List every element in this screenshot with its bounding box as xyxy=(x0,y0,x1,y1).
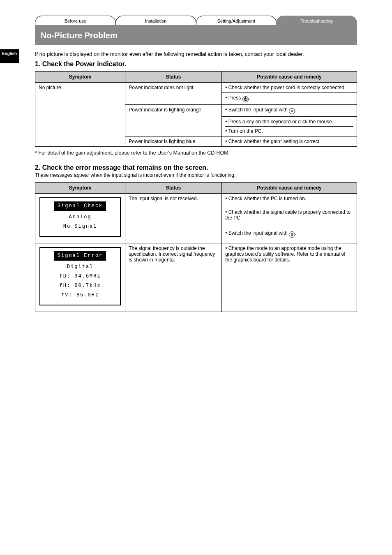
table-row: Signal Check Analog No Signal The input … xyxy=(35,194,357,207)
language-tab: English xyxy=(0,49,19,63)
cell-action: • Check whether the gain* setting is cor… xyxy=(222,136,357,147)
cell-status: Power indicator is lighting orange. xyxy=(125,105,222,136)
tab-row: Before use Installation Setting/Adjustme… xyxy=(35,16,357,25)
th-status: Status xyxy=(125,72,222,83)
table-error-message: Symptom Status Possible cause and remedy… xyxy=(35,182,357,312)
cell-action: • Press a key on the keyboard or click t… xyxy=(222,117,357,136)
signal-error-line3: fH: 60.7kHz xyxy=(44,281,117,291)
s-icon: S xyxy=(289,231,295,238)
table-power-indicator: Symptom Status Possible cause and remedy… xyxy=(35,71,357,147)
page-title: No-Picture Problem xyxy=(35,25,357,45)
cell-symptom: No picture xyxy=(35,83,125,147)
tab-installation: Installation xyxy=(115,16,196,25)
table-header-row: Symptom Status Possible cause and remedy xyxy=(35,72,357,83)
cell-action: • Switch the input signal with S. xyxy=(222,228,357,243)
signal-check-title: Signal Check xyxy=(54,201,106,211)
cell-symptom-box1: Signal Check Analog No Signal xyxy=(35,194,125,243)
tab-before-use: Before use xyxy=(35,16,116,25)
signal-error-line1: Digital xyxy=(44,262,117,272)
cell-symptom-box2: Signal Error Digital fD: 94.6MHz fH: 60.… xyxy=(35,243,125,312)
s-icon: S xyxy=(289,108,295,114)
signal-error-line2: fD: 94.6MHz xyxy=(44,272,117,281)
section2-sub: These messages appear when the input sig… xyxy=(35,172,357,178)
table-header-row: Symptom Status Possible cause and remedy xyxy=(35,183,357,194)
cell-action: • Check whether the PC is turned on. xyxy=(222,194,357,207)
tab-troubleshooting: Troubleshooting xyxy=(276,16,357,25)
signal-check-line1: Analog xyxy=(44,213,117,222)
cell-status: Power indicator does not light. xyxy=(125,83,222,105)
th-status: Status xyxy=(125,183,222,194)
cell-action: • Change the mode to an appropriate mode… xyxy=(222,243,357,312)
power-icon: ⏻ xyxy=(242,96,249,102)
language-label: English xyxy=(2,51,17,56)
footnote: * For detail of the gain adjustment, ple… xyxy=(35,150,357,156)
signal-check-line2: No Signal xyxy=(44,222,117,231)
signal-check-box: Signal Check Analog No Signal xyxy=(39,197,121,237)
th-action: Possible cause and remedy xyxy=(222,183,357,194)
signal-error-title: Signal Error xyxy=(54,251,106,261)
section2-heading: 2. Check the error message that remains … xyxy=(35,164,357,171)
table-row: Signal Error Digital fD: 94.6MHz fH: 60.… xyxy=(35,243,357,312)
cell-action: • Check whether the power cord is correc… xyxy=(222,83,357,93)
cell-status: The signal frequency is outside the spec… xyxy=(125,243,222,312)
table-row: No picture Power indicator does not ligh… xyxy=(35,83,357,93)
intro-text: If no picture is displayed on the monito… xyxy=(35,51,357,57)
section1-heading: 1. Check the Power indicator. xyxy=(35,60,357,68)
cell-action: • Switch the input signal with S. xyxy=(222,105,357,117)
cell-action: • Check whether the signal cable is prop… xyxy=(222,207,357,228)
signal-error-line4: fV: 85.0Hz xyxy=(44,291,117,300)
th-action: Possible cause and remedy xyxy=(222,72,357,83)
cell-status: The input signal is not received. xyxy=(125,194,222,243)
th-symptom: Symptom xyxy=(35,183,125,194)
cell-action: • Press ⏻. xyxy=(222,93,357,105)
signal-error-box: Signal Error Digital fD: 94.6MHz fH: 60.… xyxy=(39,247,121,305)
cell-status: Power indicator is lighting blue. xyxy=(125,136,222,147)
tab-setting: Setting/Adjustment xyxy=(196,16,277,25)
th-symptom: Symptom xyxy=(35,72,125,83)
